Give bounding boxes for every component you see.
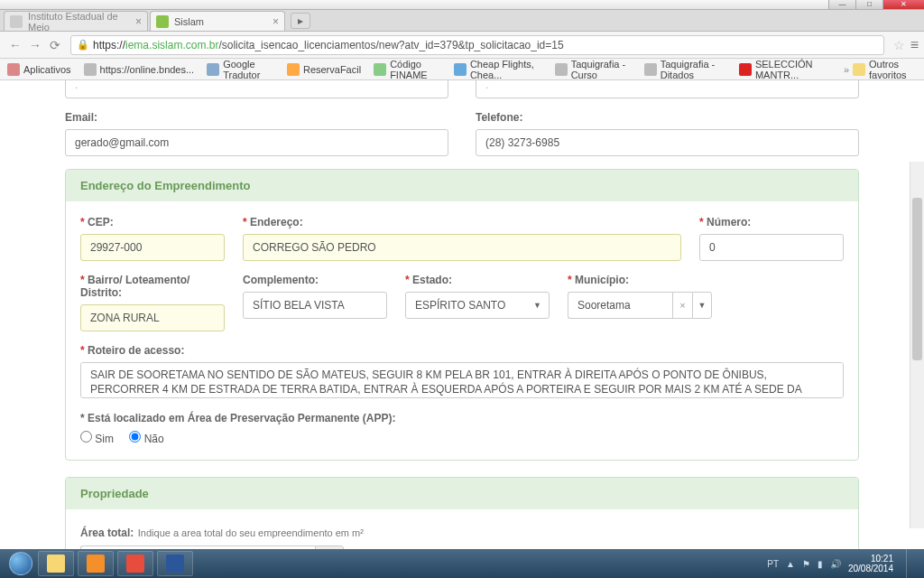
app-question: * Está localizado em Área de Preservação… [80,409,844,445]
radio-label-sim: Sim [95,433,114,445]
bookmark-item[interactable]: Google Tradutor [207,59,274,80]
browser-tab-inactive[interactable]: Instituto Estadual de Meio × [4,11,148,31]
tray-flag-icon[interactable]: ⚑ [802,559,810,569]
taskbar-word-button[interactable] [157,551,193,576]
endereco-input[interactable]: CORREGO SÃO PEDRO [243,234,681,261]
bookmark-item[interactable]: Taquigrafia - Ditados [644,59,726,80]
bookmark-label: ReservaFacil [303,64,361,75]
municipio-input[interactable]: Sooretama [568,292,672,319]
bookmark-icon [287,63,300,76]
endereco-label: Endereço: [243,216,681,228]
cep-label: CEP: [80,216,225,228]
propriedade-panel: Propriedade Área total: Indique a area t… [65,477,859,557]
forward-button[interactable]: → [25,35,45,55]
taskbar-chrome-button[interactable] [117,551,153,576]
phone-label: Telefone: [476,111,859,124]
numero-input[interactable]: 0 [699,234,844,261]
numero-value: 0 [709,241,716,254]
reload-button[interactable]: ⟳ [45,35,65,55]
window-minimize-button[interactable]: — [828,0,855,9]
browser-tab-active[interactable]: Sislam × [150,11,285,31]
page-viewport: . . Email: gerado@gmail.com Telefone: (2… [0,80,924,557]
app-radio-nao[interactable]: Não [129,433,163,445]
area-total-hint: Indique a area total do seu empreendimen… [138,527,364,538]
tray-lang-indicator[interactable]: PT [767,559,779,569]
url-scheme: https:// [93,39,125,51]
phone-input[interactable]: (28) 3273-6985 [476,129,859,156]
bairro-input[interactable]: ZONA RURAL [80,304,225,331]
url-path: /solicita_isencao_licenciamentos/new?atv… [218,39,563,51]
address-bar[interactable]: 🔒 https://iema.sislam.com.br/solicita_is… [70,35,884,55]
tray-clock[interactable]: 10:21 20/08/2014 [848,554,893,573]
overflow-chevron-icon[interactable]: » [844,64,849,75]
window-maximize-button[interactable]: □ [855,0,882,9]
tab-title: Instituto Estadual de Meio [28,11,135,33]
propriedade-panel-title: Propriedade [66,478,858,509]
email-label: Email: [65,111,448,124]
bookmarks-bar: Aplicativos https://online.bndes... Goog… [0,59,924,80]
upper-field-left[interactable]: . [65,80,448,98]
tray-volume-icon[interactable]: 🔊 [830,559,841,569]
bookmark-label: Código FINAME [390,59,441,80]
bookmark-icon [207,63,219,76]
page-scrollbar[interactable] [910,162,924,528]
roteiro-textarea[interactable] [80,362,844,398]
system-tray: PT ▲ ⚑ ▮ 🔊 10:21 20/08/2014 [767,549,920,578]
complemento-input[interactable]: SÍTIO BELA VISTA [243,292,387,319]
lock-icon: 🔒 [77,39,89,51]
show-desktop-button[interactable] [906,549,915,578]
favicon-icon [10,15,23,28]
app-label: * Está localizado em Área de Preservação… [80,412,395,424]
word-icon [166,555,184,573]
bookmark-icon [739,63,752,76]
estado-select[interactable]: ESPÍRITO SANTO [405,292,550,319]
tray-overflow-icon[interactable]: ▲ [786,559,795,569]
close-tab-icon[interactable]: × [273,15,279,28]
cep-input[interactable]: 29927-000 [80,234,225,261]
bookmark-icon [555,63,568,76]
window-close-button[interactable]: ✕ [882,0,924,9]
taskbar-outlook-button[interactable] [78,551,114,576]
apps-button[interactable]: Aplicativos [7,63,71,76]
endereco-panel-title: Endereço do Empreendimento [66,170,858,201]
windows-orb-icon [9,552,32,575]
bookmark-item[interactable]: ReservaFacil [287,63,361,76]
bookmark-label: https://online.bndes... [100,64,195,75]
chrome-icon [126,555,144,573]
cep-value: 29927-000 [90,241,142,254]
apps-icon [7,63,20,76]
bookmark-label: SELECCIÓN MANTR... [755,59,831,80]
new-tab-button[interactable]: ▸ [291,13,310,29]
bookmark-label: Aplicativos [23,64,71,75]
close-tab-icon[interactable]: × [135,15,142,28]
bookmark-icon [84,63,97,76]
bookmark-item[interactable]: Taquigrafia - Curso [555,59,632,80]
tray-network-icon[interactable]: ▮ [818,559,823,569]
other-bookmarks-button[interactable]: Outros favoritos [853,59,917,80]
url-host: iema.sislam.com.br [125,39,218,51]
outlook-icon [87,555,105,573]
bookmark-item[interactable]: SELECCIÓN MANTR... [739,59,831,80]
estado-label: Estado: [405,274,550,286]
phone-value: (28) 3273-6985 [485,136,559,149]
email-input[interactable]: gerado@gmail.com [65,129,448,156]
chrome-menu-button[interactable]: ≡ [910,37,919,53]
upper-field-right[interactable]: . [476,80,859,98]
app-radio-sim[interactable]: Sim [80,433,114,445]
folder-icon [853,63,865,76]
bookmark-item[interactable]: https://online.bndes... [84,63,195,76]
start-button[interactable] [4,551,38,576]
back-button[interactable]: ← [5,35,25,55]
municipio-dropdown-button[interactable]: ▼ [692,292,712,319]
taskbar-explorer-button[interactable] [38,551,74,576]
browser-toolbar: ← → ⟳ 🔒 https://iema.sislam.com.br/solic… [0,32,924,59]
municipio-clear-button[interactable]: × [672,292,692,319]
bookmark-item[interactable]: Cheap Flights, Chea... [454,59,542,80]
numero-label: Número: [699,216,844,228]
bookmark-star-icon[interactable]: ☆ [893,38,905,52]
bookmark-item[interactable]: Código FINAME [374,59,441,80]
explorer-icon [47,555,65,573]
scrollbar-thumb[interactable] [912,198,922,360]
browser-tabstrip: Instituto Estadual de Meio × Sislam × ▸ [0,10,924,32]
municipio-label: Município: [568,274,712,286]
